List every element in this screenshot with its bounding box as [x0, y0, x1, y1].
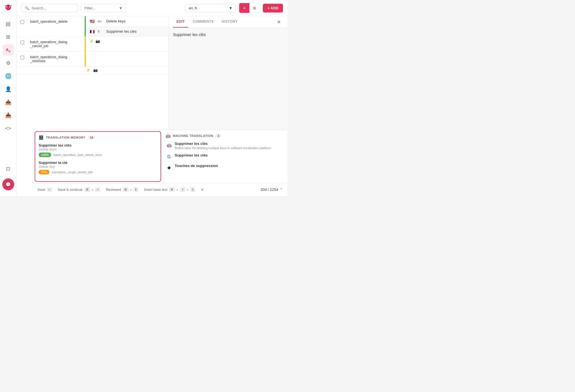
logo[interactable]	[3, 3, 13, 14]
sidebar-item-user[interactable]: 👤	[3, 84, 14, 95]
translations-column-2: ⚡ 📷	[86, 37, 168, 51]
export-icon: 📤	[5, 99, 11, 105]
translations-column: 🇺🇸 en Delete keys 🇫🇷 fr Supprimer les cl…	[86, 16, 168, 36]
sidebar-item-code[interactable]: <>	[3, 123, 14, 134]
sidebar-item-translate[interactable]: Ax	[3, 44, 14, 56]
mt-count-badge: 3	[215, 134, 221, 138]
tm-item-2-sub: Delete key	[39, 165, 157, 169]
table-row: batch_operations_delete 🇺🇸 en Delete key…	[16, 16, 168, 37]
content-icon: ▤	[6, 21, 11, 27]
language-selector[interactable]: en, fr ▼	[185, 4, 236, 12]
save-action[interactable]: Save ↵	[38, 187, 52, 192]
main-area: 🔍 Filter... ▼ en, fr ▼ ≡ ⊞ + ADD	[16, 0, 288, 196]
tm-item-1-sub: Delete keys	[39, 147, 157, 151]
save-continue-key-1: ⌘	[84, 187, 90, 192]
translation-en-row[interactable]: 🇺🇸 en Delete keys	[86, 16, 168, 26]
mt-item-1-subtext: Button label for deleting multiple keys …	[175, 146, 271, 150]
row-checkbox[interactable]	[16, 16, 28, 36]
code-icon: <>	[5, 126, 11, 132]
close-button[interactable]: ✕	[275, 17, 283, 27]
expand-icon[interactable]: ⌃	[280, 187, 283, 192]
filter-dropdown[interactable]: Filter... ▼	[81, 4, 126, 12]
camera-icon[interactable]: 📷	[95, 39, 100, 43]
add-button[interactable]: + ADD	[263, 4, 283, 12]
tm-item-2-main: Supprimer la clé	[39, 160, 157, 165]
flash-icon[interactable]: ⚡	[89, 39, 94, 43]
import-icon: 📥	[5, 112, 11, 118]
database-icon: 🗄️	[39, 135, 44, 140]
checkbox-input-2[interactable]	[20, 41, 24, 44]
fr-translation-text: Supprimer les clés	[106, 29, 137, 34]
checkbox-input-3[interactable]	[20, 56, 24, 59]
camera-icon-row[interactable]: 📷	[93, 68, 98, 72]
sidebar-item-content[interactable]: ▤	[3, 18, 14, 30]
save-continue-action[interactable]: Save & continue ⌘ + ↵	[58, 187, 100, 192]
svg-point-2	[6, 6, 7, 7]
mt-item-1[interactable]: 🤖 Supprimer les clés Button label for de…	[166, 141, 284, 150]
key-name: batch_operations_delete	[28, 16, 85, 36]
sidebar-item-dashboard[interactable]: ⊞	[3, 31, 14, 43]
reviewed-key-1: ⌘	[123, 187, 128, 192]
content-area: batch_operations_delete 🇺🇸 en Delete key…	[16, 16, 288, 196]
tm-item-1-meta: 100% batch_operation_type_delete_keys	[39, 153, 157, 157]
tm-item-2[interactable]: Supprimer la clé Delete key 77% translat…	[39, 160, 157, 174]
mt-item-2-header: G Supprimer les clés	[166, 153, 284, 160]
row-checkbox-3[interactable]	[16, 52, 28, 66]
tm-item-1-key: batch_operation_type_delete_keys	[53, 153, 102, 157]
edit-tabs: EDIT COMMENTS HISTORY ✕	[168, 16, 288, 28]
mt-robot-icon: 🤖	[166, 142, 172, 149]
search-input[interactable]	[32, 6, 74, 10]
reviewed-action[interactable]: Reviewed ⌘ + E	[106, 187, 138, 192]
save-continue-label: Save & continue	[58, 188, 82, 192]
mt-icon: 🤖	[166, 134, 171, 138]
editor-content: Supprimer les clés	[173, 32, 206, 37]
grid-view-button[interactable]: ⊞	[249, 3, 260, 13]
chat-bubble-button[interactable]: 💬	[2, 178, 14, 190]
sidebar: ▤ ⊞ Ax ⚙ 🌐 👤 📤 📥 <> ⊡ 💬	[0, 0, 16, 196]
mt-item-3-text: Touches de suppression	[175, 164, 218, 168]
sidebar-item-import[interactable]: 📥	[3, 110, 14, 121]
list-view-button[interactable]: ≡	[239, 3, 249, 13]
char-count: 204 / 1254 ⌃	[261, 187, 283, 192]
close-toolbar-icon: ✕	[201, 188, 204, 192]
checkbox-input[interactable]	[20, 20, 24, 24]
sidebar-item-globe[interactable]: 🌐	[3, 70, 14, 82]
close-toolbar-action[interactable]: ✕	[201, 188, 204, 192]
table-row: batch_operations_dialog_minimize	[16, 52, 168, 67]
dashboard-icon: ⊞	[6, 34, 10, 40]
translate-icon: Ax	[6, 47, 11, 53]
tab-edit-label: EDIT	[176, 20, 185, 24]
translation-fr-row[interactable]: 🇫🇷 fr Supprimer les clés	[86, 26, 168, 36]
key-name-text: batch_operations_delete	[30, 20, 67, 24]
user-icon: 👤	[5, 86, 11, 92]
tab-history[interactable]: HISTORY	[218, 16, 241, 28]
tab-comments[interactable]: COMMENTS	[189, 16, 217, 28]
sidebar-item-devices[interactable]: ⊡	[3, 163, 14, 174]
tm-count-badge: 16	[88, 135, 95, 139]
header: 🔍 Filter... ▼ en, fr ▼ ≡ ⊞ + ADD	[16, 0, 288, 16]
bottom-toolbar: Save ↵ Save & continue ⌘ + ↵ Reviewed ⌘ …	[33, 183, 288, 196]
lang-chevron-icon: ▼	[229, 6, 232, 10]
mt-item-2[interactable]: G Supprimer les clés	[166, 153, 284, 160]
search-box[interactable]: 🔍	[21, 4, 78, 12]
list-view-icon: ≡	[243, 6, 245, 10]
sidebar-item-settings[interactable]: ⚙	[3, 57, 14, 69]
translation-memory-panel: 🗄️ TRANSLATION MEMORY 16 Supprimer les c…	[35, 131, 161, 182]
mt-item-3[interactable]: ◆ Touches de suppression	[166, 164, 284, 171]
save-action-label: Save	[38, 188, 45, 192]
key-name-2: batch_operations_dialog_cancel_job	[28, 37, 85, 51]
insert-key-2: ⇧	[180, 187, 185, 192]
row-checkbox-2[interactable]	[16, 37, 28, 51]
language-value: en, fr	[189, 6, 197, 10]
tm-item-1[interactable]: Supprimer les clés Delete keys 100% batc…	[39, 143, 157, 157]
tab-edit[interactable]: EDIT	[173, 16, 188, 28]
flash-icon-row[interactable]: ⚡	[86, 68, 90, 72]
machine-translation-panel: 🤖 MACHINE TRANSLATION 3 🤖 Supprimer les …	[162, 130, 288, 183]
settings-icon: ⚙	[6, 60, 11, 66]
sidebar-item-export[interactable]: 📤	[3, 97, 14, 108]
fr-lang-code: fr	[98, 30, 103, 34]
devices-icon: ⊡	[6, 166, 10, 172]
key-name-3: batch_operations_dialog_minimize	[28, 52, 85, 66]
fr-flag-icon: 🇫🇷	[89, 30, 95, 34]
insert-base-action[interactable]: Insert base text ⌘ + ⇧ + S	[144, 187, 195, 192]
